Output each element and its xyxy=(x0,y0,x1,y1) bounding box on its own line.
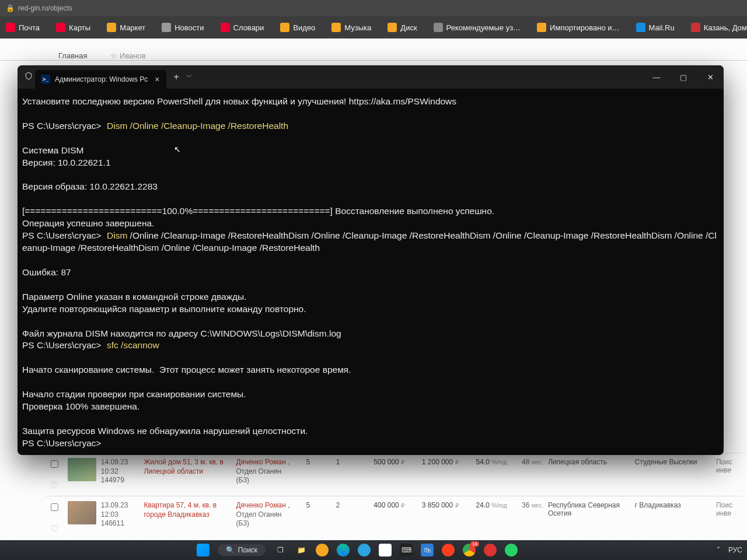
objects-table: ♡14.09.2310:32144979Жилой дом 51, 3 м. к… xyxy=(46,453,742,539)
favorite-icon[interactable]: ♡ xyxy=(46,513,63,534)
terminal-app-icon[interactable]: ⌨ xyxy=(400,544,413,556)
app-icon-1[interactable] xyxy=(316,544,329,556)
bookmark-item[interactable]: Словари xyxy=(221,23,264,32)
powershell-icon: >_ xyxy=(41,75,50,84)
price1: 500 000 ₽ xyxy=(355,458,404,466)
url-text: red-gin.ru/objects xyxy=(18,4,72,12)
date-cell: 13.09.2312:03146611 xyxy=(101,501,139,528)
bookmark-item[interactable]: Маркет xyxy=(107,23,145,32)
search-icon: 🔍 xyxy=(226,546,235,554)
term: 36 мес. xyxy=(512,501,543,509)
taskbar: 🔍 Поиск ❐ 📁 ⌨ 🛍 ˄ РУС xyxy=(0,540,747,560)
explorer-icon[interactable]: 📁 xyxy=(295,544,308,556)
new-tab-button[interactable]: + xyxy=(166,72,186,82)
bookmark-icon xyxy=(434,23,443,32)
bookmark-icon xyxy=(636,23,645,32)
title-link[interactable]: Квартира 57, 4 м. кв. в городе Владикавк… xyxy=(144,501,231,519)
bookmark-label: Музыка xyxy=(344,23,371,32)
bookmark-item[interactable]: Диск xyxy=(388,23,417,32)
tab-dropdown-icon[interactable]: ﹀ xyxy=(186,73,192,81)
lock-icon: 🔒 xyxy=(6,4,15,12)
tray-chevron-icon[interactable]: ˄ xyxy=(717,546,720,554)
bookmark-item[interactable]: Карты xyxy=(56,23,90,32)
row-checkbox[interactable] xyxy=(46,501,63,513)
store-icon[interactable]: 🛍 xyxy=(421,544,434,556)
app-icon-3[interactable] xyxy=(484,544,497,556)
bookmark-icon xyxy=(331,23,341,32)
terminal-tab[interactable]: >_ Администратор: Windows Pc × xyxy=(35,70,166,89)
bookmark-item[interactable]: Новости xyxy=(162,23,204,32)
bookmark-icon xyxy=(56,23,65,32)
window-controls: — ▢ ✕ xyxy=(643,65,724,89)
bookmark-label: Почта xyxy=(19,23,40,32)
terminal-tab-title: Администратор: Windows Pc xyxy=(55,75,148,83)
bookmark-icon xyxy=(280,23,289,32)
taskbar-search[interactable]: 🔍 Поиск xyxy=(218,544,266,556)
terminal-window: >_ Администратор: Windows Pc × + ﹀ — ▢ ✕… xyxy=(18,65,724,455)
bookmark-item[interactable]: Почта xyxy=(6,23,40,32)
favorite-icon[interactable]: ♡ xyxy=(46,470,63,491)
price1: 400 000 ₽ xyxy=(355,501,404,509)
region: Липецкая область xyxy=(548,458,630,466)
bookmark-label: Рекомендуемые уз… xyxy=(446,23,521,32)
edge-icon[interactable] xyxy=(337,544,350,556)
bookmark-label: Импортировано и… xyxy=(550,23,619,32)
system-tray: ˄ РУС xyxy=(717,546,742,554)
maximize-button[interactable]: ▢ xyxy=(670,65,697,89)
title-link[interactable]: Жилой дом 51, 3 м. кв. в Липецкой област… xyxy=(144,458,231,476)
bookmark-label: Карты xyxy=(69,23,90,32)
bookmark-item[interactable]: Видео xyxy=(280,23,315,32)
city: Студеные Выселки xyxy=(635,458,711,466)
count2: 1 xyxy=(326,458,351,466)
action-link[interactable]: Поис инве xyxy=(716,501,742,517)
bookmark-item[interactable]: Mail.Ru xyxy=(636,23,675,32)
manager-cell: Дяченко Роман ,Отдел Оганян (Б3) xyxy=(236,458,291,485)
search-label: Поиск xyxy=(238,546,257,554)
bookmark-label: Словари xyxy=(233,23,264,32)
bookmark-icon xyxy=(221,23,230,32)
bookmark-item[interactable]: Казань, Дом 77,6м… xyxy=(691,23,747,32)
thumbnail[interactable] xyxy=(68,501,96,524)
price2: 3 850 000 ₽ xyxy=(409,501,458,509)
minimize-button[interactable]: — xyxy=(643,65,670,89)
tab-favorite[interactable]: ☆ Иванов xyxy=(110,51,145,60)
bookmark-item[interactable]: Музыка xyxy=(331,23,371,32)
bookmark-item[interactable]: Рекомендуемые уз… xyxy=(434,23,521,32)
bookmark-icon xyxy=(6,23,15,32)
mouse-cursor-icon: ↖ xyxy=(174,145,181,154)
region: Республика Северная Осетия xyxy=(548,501,630,517)
row-checkbox[interactable] xyxy=(46,458,63,470)
action-link[interactable]: Поис инве xyxy=(716,458,742,474)
shield-icon xyxy=(22,72,35,82)
terminal-output[interactable]: Установите последнюю версию PowerShell д… xyxy=(18,89,724,454)
bookmark-label: Казань, Дом 77,6м… xyxy=(704,23,747,32)
chrome-icon[interactable] xyxy=(463,544,476,556)
app-icon-2[interactable] xyxy=(379,544,392,556)
start-icon[interactable] xyxy=(197,544,210,556)
url-bar[interactable]: 🔒 red-gin.ru/objects xyxy=(0,0,747,16)
bookmark-icon xyxy=(162,23,171,32)
taskview-icon[interactable]: ❐ xyxy=(274,544,287,556)
yandex-icon[interactable] xyxy=(442,544,455,556)
price2: 1 200 000 ₽ xyxy=(409,458,458,466)
table-row: ♡14.09.2310:32144979Жилой дом 51, 3 м. к… xyxy=(46,453,742,496)
tab-close-icon[interactable]: × xyxy=(155,75,159,84)
bookmark-label: Mail.Ru xyxy=(649,23,675,32)
date-cell: 14.09.2310:32144979 xyxy=(101,458,139,485)
whatsapp-icon[interactable] xyxy=(505,544,518,556)
table-row: ♡13.09.2312:03146611Квартира 57, 4 м. кв… xyxy=(46,496,742,539)
tab-main[interactable]: Главная xyxy=(58,51,87,60)
count2: 2 xyxy=(326,501,351,509)
close-button[interactable]: ✕ xyxy=(697,65,724,89)
bookmark-label: Новости xyxy=(174,23,204,32)
thumbnail[interactable] xyxy=(68,458,96,481)
city: г Владикавказ xyxy=(635,501,711,509)
terminal-titlebar[interactable]: >_ Администратор: Windows Pc × + ﹀ — ▢ ✕ xyxy=(18,65,724,89)
percent: 54.0 %/год xyxy=(463,458,507,466)
bookmark-label: Видео xyxy=(293,23,315,32)
language-indicator[interactable]: РУС xyxy=(728,546,742,554)
taskbar-apps: 🔍 Поиск ❐ 📁 ⌨ 🛍 xyxy=(197,544,518,556)
telegram-icon[interactable] xyxy=(358,544,371,556)
bookmark-icon xyxy=(537,23,546,32)
bookmark-item[interactable]: Импортировано и… xyxy=(537,23,619,32)
